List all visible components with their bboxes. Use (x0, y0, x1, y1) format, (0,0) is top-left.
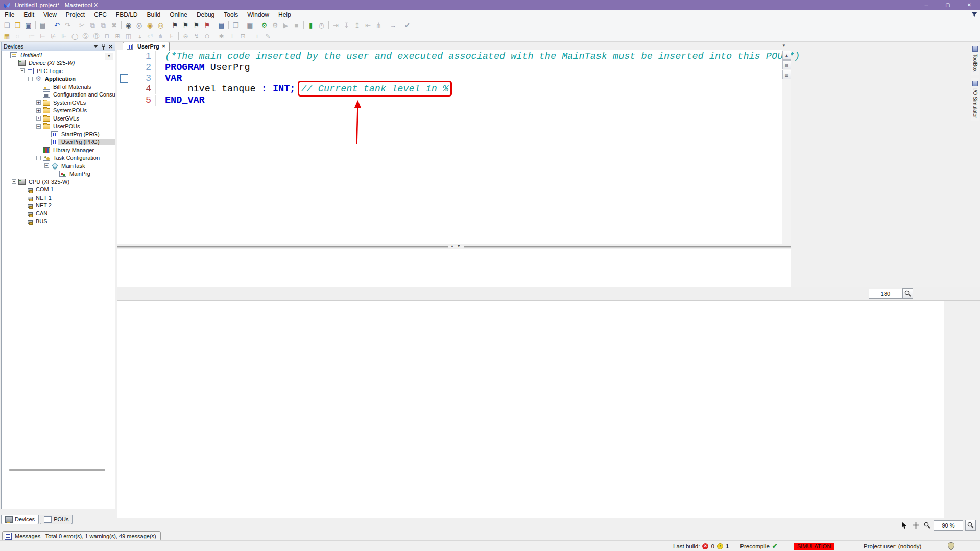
panel-splitter-handle[interactable] (9, 469, 105, 471)
zoom-tools-button[interactable]: + (252, 31, 262, 41)
body-zoom-icon[interactable] (965, 520, 976, 531)
collapse-icon[interactable]: − (12, 179, 16, 184)
tree-item-bus[interactable]: BUS (2, 218, 115, 226)
edit-worksheet-button[interactable]: ✎ (262, 31, 273, 41)
flow-control-button[interactable]: ⋔ (373, 20, 384, 30)
messages-bar[interactable]: Messages - Total 0 error(s), 1 warning(s… (2, 531, 161, 541)
collapse-icon[interactable]: − (20, 68, 25, 73)
step-out-button[interactable]: ↥ (352, 20, 363, 30)
tree-item-startprg-prg[interactable]: StartPrg (PRG) (2, 130, 115, 138)
tree-dropdown-button[interactable]: ▼ (105, 53, 113, 60)
tab-toolbox[interactable]: ToolBox (971, 43, 979, 75)
menu-help[interactable]: Help (274, 10, 296, 19)
close-button[interactable]: ✕ (959, 0, 980, 10)
set-reset-button[interactable]: ⊜ (202, 31, 212, 41)
undo-button[interactable]: ↶ (52, 20, 62, 30)
paste-button[interactable]: ⧉ (98, 20, 109, 30)
next-bookmark-button[interactable]: ⚑ (191, 20, 202, 30)
toggle-comment-button[interactable]: ⊡ (237, 31, 248, 41)
tree-item-systemgvls[interactable]: +SystemGVLs (2, 99, 115, 107)
insert-coil-button[interactable]: ◯ (69, 31, 80, 41)
tree-item-bill-of-materials[interactable]: Bill of Materials (2, 83, 115, 91)
collapse-icon[interactable]: − (36, 156, 41, 160)
messages-view-button[interactable]: ▤ (216, 20, 227, 30)
tree-item-untitled1[interactable]: −Untitled1 (2, 51, 115, 59)
pan-tool-icon[interactable] (911, 521, 920, 530)
previous-bookmark-button[interactable]: ⚑ (180, 20, 191, 30)
tree-item-can[interactable]: CAN (2, 209, 115, 218)
tree-item-usergvls[interactable]: +UserGVLs (2, 114, 115, 123)
split-body-button[interactable]: ▥ (782, 70, 791, 79)
panel-close-icon[interactable]: ✕ (109, 44, 113, 50)
update-parameters-button[interactable]: ✱ (216, 31, 227, 41)
collapse-icon[interactable]: − (36, 124, 41, 129)
print-button[interactable]: ▤ (37, 20, 48, 30)
editor-scrollbar[interactable]: ▲ ▤ ▥ (782, 50, 791, 244)
insert-set-coil-button[interactable]: Ⓢ (80, 31, 91, 41)
menu-window[interactable]: Window (243, 10, 274, 19)
syntax-check-button[interactable]: ✔ (402, 20, 413, 30)
toggle-bookmark-button[interactable]: ⚑ (170, 20, 180, 30)
redo-button[interactable]: ↷ (62, 20, 73, 30)
minimize-button[interactable]: ─ (916, 0, 937, 10)
tab-close-icon[interactable]: ✕ (162, 44, 166, 49)
copy-button[interactable]: ⧉ (87, 20, 98, 30)
split-declaration-button[interactable]: ▤ (782, 60, 791, 69)
delete-button[interactable]: ✖ (109, 20, 119, 30)
expand-icon[interactable]: + (36, 108, 41, 113)
stop-button[interactable]: ■ (291, 20, 302, 30)
menu-fbdld[interactable]: FBD/LD (111, 10, 142, 19)
body-canvas[interactable] (117, 301, 944, 518)
insert-negated-contact-button[interactable]: ⊬ (48, 31, 59, 41)
insert-jump-button[interactable]: ↴ (134, 31, 145, 41)
editor-splitter[interactable]: ▲ ▼ (117, 244, 791, 249)
expand-icon[interactable]: + (36, 100, 41, 105)
tree-item-systempous[interactable]: +SystemPOUs (2, 107, 115, 115)
code-line-1[interactable]: 1(*The main code inserted by the user an… (117, 51, 782, 62)
tree-item-com-1[interactable]: COM 1 (2, 186, 115, 194)
tree-item-task-configuration[interactable]: −Task Configuration (2, 154, 115, 162)
tree-item-configuration-and-consumption[interactable]: Configuration and Consumption (2, 91, 115, 99)
insert-input-button[interactable]: ⊓ (102, 31, 112, 41)
menu-online[interactable]: Online (165, 10, 192, 19)
tree-item-cpu-xf325-w[interactable]: −CPU (XF325-W) (2, 178, 115, 186)
collapse-icon[interactable]: − (28, 77, 33, 81)
step-into-button[interactable]: ↧ (341, 20, 352, 30)
save-project-button[interactable]: ▣ (23, 20, 34, 30)
run-to-cursor-button[interactable]: ⇤ (363, 20, 373, 30)
insert-assignment-button[interactable]: ⊦ (166, 31, 177, 41)
insert-parallel-contact-button[interactable]: ⊩ (59, 31, 69, 41)
filter-funnel-icon[interactable] (971, 11, 978, 18)
go-to-source-button[interactable]: → (388, 20, 398, 30)
tab-overflow-button[interactable]: ▼ (782, 43, 786, 48)
find-button[interactable]: ◉ (123, 20, 134, 30)
open-project-button[interactable]: ❒ (12, 20, 23, 30)
new-project-button[interactable]: ❏ (2, 20, 12, 30)
splitter-grip-icon[interactable]: ▲ ▼ (448, 244, 464, 248)
insert-reset-coil-button[interactable]: Ⓡ (91, 31, 102, 41)
code-line-4[interactable]: 4 nivel_tanque : INT; // Current tank le… (117, 84, 782, 94)
start-button[interactable]: ▶ (280, 20, 291, 30)
zoom-tool-icon[interactable] (922, 521, 931, 530)
input-assistant-button[interactable]: ▦ (245, 20, 255, 30)
tree-item-userprg-prg[interactable]: UserPrg (PRG) (2, 138, 115, 147)
insert-function-block-button[interactable]: ⊞ (112, 31, 123, 41)
insert-branch-button[interactable]: ⋔ (155, 31, 166, 41)
collapse-icon[interactable]: − (12, 61, 16, 65)
code-line-3[interactable]: 3VAR (117, 73, 782, 84)
tree-item-net-2[interactable]: NET 2 (2, 202, 115, 210)
panel-menu-icon[interactable] (93, 45, 98, 48)
insert-empty-box-button[interactable]: ◌ (12, 31, 23, 41)
menu-view[interactable]: View (39, 10, 61, 19)
insert-return-button[interactable]: ⏎ (145, 31, 155, 41)
code-line-2[interactable]: 2PROGRAM UserPrg (117, 62, 782, 73)
view-grid-button[interactable]: ▦ (2, 31, 12, 41)
cut-button[interactable]: ✂ (77, 20, 87, 30)
tab-devices[interactable]: Devices (1, 515, 39, 524)
menu-edit[interactable]: Edit (19, 10, 39, 19)
tree-item-library-manager[interactable]: Library Manager (2, 146, 115, 154)
simulation-mode-button[interactable]: ▮ (305, 20, 316, 30)
declaration-editor[interactable]: 1(*The main code inserted by the user an… (117, 50, 782, 244)
tab-userprg[interactable]: UserPrg ✕ (123, 42, 170, 51)
runtime-clock-button[interactable]: ◷ (316, 20, 327, 30)
